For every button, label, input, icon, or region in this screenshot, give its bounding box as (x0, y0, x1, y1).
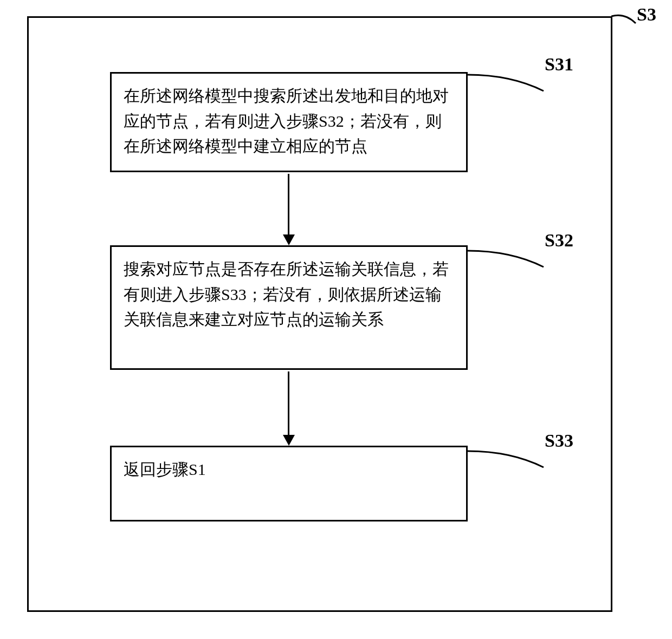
arrowhead-s31-to-s32 (283, 234, 295, 245)
arrow-s32-to-s33 (288, 371, 289, 436)
label-s31: S31 (545, 54, 573, 75)
label-s32: S32 (545, 230, 573, 251)
leader-s33 (468, 448, 576, 486)
step-text-s31: 在所述网络模型中搜索所述出发地和目的地对应的节点，若有则进入步骤S32；若没有，… (124, 87, 449, 155)
step-box-s31: 在所述网络模型中搜索所述出发地和目的地对应的节点，若有则进入步骤S32；若没有，… (110, 72, 468, 172)
leader-s32 (468, 248, 576, 286)
label-s3: S3 (637, 4, 656, 25)
label-s33: S33 (545, 431, 573, 451)
arrow-s31-to-s32 (288, 174, 289, 236)
leader-s31 (468, 72, 576, 110)
step-box-s32: 搜索对应节点是否存在所述运输关联信息，若有则进入步骤S33；若没有，则依据所述运… (110, 245, 468, 370)
arrowhead-s32-to-s33 (283, 435, 295, 446)
step-text-s32: 搜索对应节点是否存在所述运输关联信息，若有则进入步骤S33；若没有，则依据所述运… (124, 260, 449, 328)
outer-frame: 在所述网络模型中搜索所述出发地和目的地对应的节点，若有则进入步骤S32；若没有，… (27, 16, 612, 612)
step-box-s33: 返回步骤S1 (110, 446, 468, 521)
step-text-s33: 返回步骤S1 (124, 460, 206, 478)
